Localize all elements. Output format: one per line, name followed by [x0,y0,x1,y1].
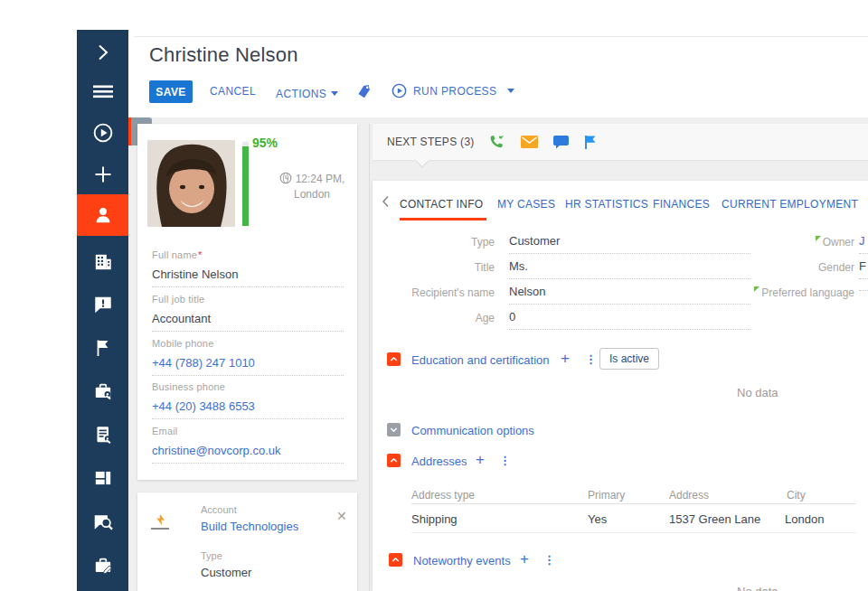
next-steps-bar[interactable]: NEXT STEPS (3) [373,124,868,160]
sidebar-item-accounts[interactable] [77,241,128,283]
chevron-down-icon [389,425,399,435]
flag-button[interactable] [584,135,597,153]
tasks-briefcase-icon [92,555,114,577]
field-value-link[interactable]: +44 (788) 247 1010 [152,351,344,376]
cell-address: 1537 Green Lane [669,512,760,526]
sidebar-item-knowledge[interactable] [77,502,128,543]
account-type-label: Type [201,550,222,561]
kebab-menu-icon[interactable]: ⋮ [585,352,597,366]
age-value[interactable]: 0 [509,310,750,330]
save-button[interactable]: SAVE [149,80,193,103]
call-button[interactable] [488,134,505,154]
collapse-section-button[interactable] [389,553,402,567]
profile-card: 95% 12:24 PM, London Full name* Christin… [137,124,357,480]
menu-icon [92,81,114,101]
chat-button[interactable] [553,136,569,153]
tabs-scroll-left-button[interactable] [382,195,390,211]
contacts-person-icon [92,204,114,226]
sidebar-item-documents[interactable] [77,414,128,455]
kebab-menu-icon[interactable]: ⋮ [543,553,555,567]
active-tab-underline [400,218,486,220]
sidebar-item-tasks[interactable] [77,545,128,586]
section-title-addresses[interactable]: Addresses [411,455,467,468]
field-value-link[interactable]: christine@novcorp.co.uk [152,438,344,464]
field-label: Full name* [152,249,344,260]
add-record-icon[interactable]: + [476,453,485,466]
no-data-text: No data [737,585,778,591]
local-time: 12:24 PM, [296,173,345,185]
sidebar-item-add[interactable] [77,154,128,195]
local-city: London [294,188,330,201]
collapse-section-button[interactable] [387,454,401,467]
cell-address-type: Shipping [411,512,458,526]
sidebar-item-contacts[interactable] [77,194,128,236]
section-title-communication[interactable]: Communication options [411,424,534,437]
content-divider [369,124,370,591]
world-clock-icon [279,172,292,184]
contact-photo[interactable] [147,140,235,227]
caret-down-icon [507,89,514,93]
sidebar-item-dashboards[interactable] [77,457,128,499]
section-title-education[interactable]: Education and certification [411,353,549,367]
field-mobile-phone[interactable]: Mobile phone +44 (788) 247 1010 [152,338,344,376]
cancel-button[interactable]: CANCEL [210,85,256,98]
section-title-noteworthy[interactable]: Noteworthy events [413,554,511,568]
collapse-section-button[interactable] [387,352,401,366]
sidebar-item-flags[interactable] [77,327,128,369]
tab-contact-info[interactable]: CONTACT INFO [400,198,484,211]
play-circle-icon [392,83,407,98]
expand-section-button[interactable] [387,423,401,436]
tab-current-employment[interactable]: CURRENT EMPLOYMENT [722,198,858,211]
gender-value[interactable]: F [859,259,868,279]
tab-my-cases[interactable]: MY CASES [497,198,555,211]
completeness-meter[interactable] [242,142,249,226]
column-header[interactable]: Address [669,489,709,502]
avatar [147,140,235,227]
actions-button[interactable]: ACTIONS [276,85,338,101]
column-header[interactable]: City [787,489,806,502]
chevron-up-icon [389,455,399,465]
table-row-divider [411,532,856,533]
type-label: Type [382,236,495,249]
field-email[interactable]: Email christine@novcorp.co.uk [152,426,344,464]
is-active-button[interactable]: Is active [599,348,659,370]
chevron-left-icon [382,195,390,208]
field-job-title[interactable]: Full job title Accountant [152,294,344,332]
column-header[interactable]: Address type [411,489,475,502]
owner-value[interactable]: J [859,234,868,254]
field-full-name[interactable]: Full name* Christine Nelson [152,249,344,287]
tab-hr-statistics[interactable]: HR STATISTICS [565,198,648,211]
account-type-value: Customer [201,566,251,579]
field-label: Full job title [152,294,344,305]
title-label: Title [382,261,495,274]
sidebar-item-expand[interactable] [77,32,128,73]
sidebar [77,30,128,591]
sidebar-item-processes[interactable] [77,112,128,154]
field-business-phone[interactable]: Business phone +44 (20) 3488 6553 [152,381,344,419]
column-header[interactable]: Primary [588,489,625,502]
add-record-icon[interactable]: + [520,552,529,566]
flag-icon [584,135,597,149]
field-label: Business phone [152,381,344,392]
expand-chevron-icon [93,42,113,62]
call-phone-icon [488,134,505,150]
preferred-language-value[interactable] [859,285,868,291]
app-screen: Christine Nelson SAVE CANCEL ACTIONS RUN… [0,0,868,591]
field-label: Email [152,426,344,436]
field-value: Accountant [152,306,344,332]
sidebar-item-menu[interactable] [77,70,128,112]
account-name-link[interactable]: Build Technologies [201,520,298,533]
field-value-link[interactable]: +44 (20) 3488 6553 [152,394,344,419]
table-header-divider [411,503,856,504]
kebab-menu-icon[interactable]: ⋮ [499,454,511,467]
add-record-icon[interactable]: + [561,352,570,365]
tag-button[interactable] [356,83,373,103]
documents-icon [92,424,114,446]
email-button[interactable] [521,136,538,152]
close-icon[interactable]: ✕ [336,509,347,523]
run-process-button[interactable]: RUN PROCESS [392,83,514,98]
tab-finances[interactable]: FINANCES [653,198,710,211]
sidebar-item-cases[interactable] [77,284,128,325]
modified-marker [754,286,760,292]
sidebar-item-activities[interactable] [77,371,128,412]
